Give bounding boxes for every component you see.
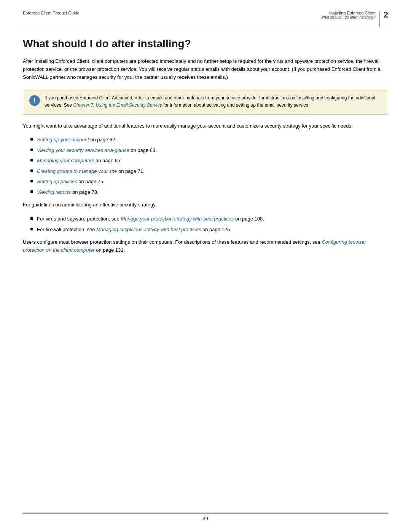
page-number: 49 [203,516,208,521]
list-item: Managing your computers on page 65. [30,157,388,165]
bullet-plain-5: on page 75. [77,179,105,184]
guideline-link-2[interactable]: Managing suspicious activity with best p… [96,227,201,232]
list-item: Setting up policies on page 75. [30,178,388,185]
guideline-content-1: For virus and spyware protection, see Ma… [37,215,264,223]
info-box: i If you purchased Enforced Client Advan… [23,89,388,114]
list-item: For virus and spyware protection, see Ma… [30,215,388,223]
bullet-link-2[interactable]: Viewing your security services at-a-glan… [37,147,129,153]
guideline-suffix-2: on page 125. [201,227,231,232]
page-title: What should I do after installing? [23,38,388,50]
page-footer: 49 [23,513,388,521]
bullet-content: Viewing reports on page 78. [37,189,99,196]
guidelines-intro: For guidelines on administering an effec… [23,201,388,209]
header-right: Installing Enforced Client What should I… [320,11,388,27]
list-item: Setting up your account on page 62. [30,136,388,144]
bullet-icon [30,149,33,151]
intro-paragraph: After installing Enforced Client, client… [23,58,388,81]
browser-paragraph: Users configure most browser protection … [23,238,388,254]
info-text-after-link: for information about activating and set… [162,102,310,108]
browser-text-before: Users configure most browser protection … [23,239,322,245]
bullet-link-3[interactable]: Managing your computers [37,158,94,163]
middle-paragraph: You might want to take advantage of addi… [23,122,388,130]
main-content: What should I do after installing? After… [0,30,411,283]
bullet-icon [30,180,33,182]
header-vertical-divider [379,11,380,27]
page-container: Enforced Client Product Guide Installing… [0,0,411,532]
bullet-icon [30,190,33,193]
bullet-link-1[interactable]: Setting up your account [37,137,89,142]
guideline-prefix-1: For virus and spyware protection, see [37,216,121,222]
list-item: Viewing your security services at-a-glan… [30,147,388,154]
guidelines-list: For virus and spyware protection, see Ma… [30,215,388,233]
bullet-icon [30,138,33,141]
list-item: Viewing reports on page 78. [30,189,388,196]
guideline-prefix-2: For firewall protection, see [37,227,96,232]
info-icon: i [29,95,40,106]
bullet-plain-6: on page 78. [71,189,98,195]
header-left-text: Enforced Client Product Guide [23,11,80,15]
page-header: Enforced Client Product Guide Installing… [0,0,411,27]
bullet-content: Setting up policies on page 75. [37,178,105,185]
bullet-link-4[interactable]: Creating groups to manage your site [37,168,117,174]
bullet-plain-4: on page 71. [117,168,144,174]
bullet-plain-3: on page 65. [94,158,121,163]
header-top-line: Installing Enforced Client [320,11,376,15]
bullet-link-6[interactable]: Viewing reports [37,189,71,195]
guideline-suffix-1: on page 108. [234,216,264,222]
info-box-text: If you purchased Enforced Client Advance… [45,94,382,109]
bullet-plain-1: on page 62. [89,137,116,142]
guideline-content-2: For firewall protection, see Managing su… [37,226,231,233]
browser-text-after: on page 131. [95,247,125,253]
info-chapter-link[interactable]: Chapter 7, Using the Email Security Serv… [73,102,162,108]
bullet-content: Creating groups to manage your site on p… [37,168,145,175]
bullet-icon [30,159,33,161]
list-item: For firewall protection, see Managing su… [30,226,388,233]
header-sub-line: What should I do after installing? [320,15,376,19]
bullet-link-5[interactable]: Setting up policies [37,179,77,184]
bullet-content: Managing your computers on page 65. [37,157,122,165]
bullet-content: Setting up your account on page 62. [37,136,116,144]
bullet-icon [30,169,33,172]
header-right-text-block: Installing Enforced Client What should I… [320,11,376,19]
list-item: Creating groups to manage your site on p… [30,168,388,175]
bullet-plain-2: on page 63. [129,147,157,153]
bullet-icon [30,217,33,220]
guideline-link-1[interactable]: Manage your protection strategy with bes… [121,216,234,222]
bullet-list: Setting up your account on page 62. View… [30,136,388,196]
chapter-number: 2 [384,11,388,19]
bullet-content: Viewing your security services at-a-glan… [37,147,157,154]
bullet-icon [30,228,33,230]
